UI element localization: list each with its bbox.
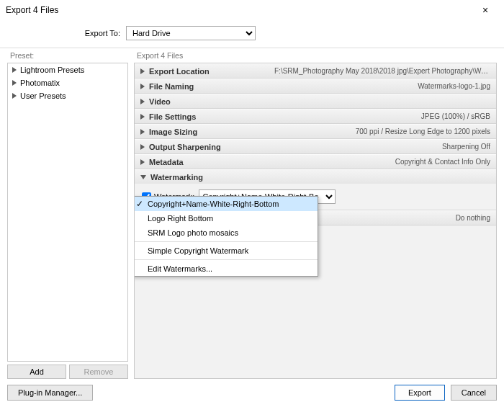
export-to-label: Export To:: [0, 29, 126, 37]
section-header-file-settings[interactable]: File Settings JPEG (100%) / sRGB: [135, 109, 496, 123]
export-to-row: Export To: Hard Drive: [0, 20, 504, 48]
triangle-right-icon: [140, 159, 145, 165]
section-title: Export Location: [149, 67, 210, 76]
sections-container: Export Location F:\SRM_Photography May 2…: [134, 63, 497, 379]
cancel-button[interactable]: Cancel: [451, 385, 497, 401]
section-header-file-naming[interactable]: File Naming Watermarks-logo-1.jpg: [135, 79, 496, 93]
section-summary: Watermarks-logo-1.jpg: [418, 82, 490, 90]
dropdown-item[interactable]: SRM Logo photo mosaics: [134, 225, 318, 240]
section-title: Metadata: [149, 158, 184, 166]
section-summary: 700 ppi / Resize Long Edge to 1200 pixel…: [356, 128, 490, 135]
section-title: File Settings: [149, 112, 196, 121]
section-summary: F:\SRM_Photography May 2018\2018 jpg\Exp…: [274, 67, 490, 75]
preset-item-label: User Presets: [20, 91, 66, 100]
section-title: Video: [149, 97, 171, 106]
dropdown-item[interactable]: Logo Right Bottom: [134, 211, 318, 225]
right-heading: Export 4 Files: [134, 51, 497, 63]
triangle-right-icon: [140, 114, 145, 120]
triangle-right-icon: [12, 67, 17, 73]
dropdown-item-label: Logo Right Bottom: [148, 214, 213, 223]
triangle-right-icon: [12, 93, 17, 99]
section-title: Image Sizing: [149, 128, 197, 136]
title-bar: Export 4 Files ×: [0, 0, 504, 20]
triangle-right-icon: [140, 84, 145, 89]
section-title: Output Sharpening: [149, 143, 221, 151]
section-title: File Naming: [149, 82, 194, 91]
preset-add-button[interactable]: Add: [7, 365, 66, 379]
dropdown-item-label: Edit Watermarks...: [148, 264, 212, 273]
triangle-right-icon: [140, 99, 145, 104]
window-title: Export 4 Files: [6, 5, 472, 15]
check-icon: ✓: [136, 199, 143, 209]
preset-item[interactable]: User Presets: [8, 89, 127, 102]
dropdown-item-label: Simple Copyright Watermark: [148, 246, 248, 255]
preset-heading: Preset:: [7, 51, 128, 63]
section-title: Watermarking: [150, 173, 203, 182]
dropdown-item[interactable]: Edit Watermarks...: [134, 259, 318, 276]
section-summary: Copyright & Contact Info Only: [395, 158, 490, 166]
preset-list: Lightroom Presets Photomatix User Preset…: [7, 63, 128, 362]
section-summary: Do nothing: [456, 214, 490, 222]
triangle-right-icon: [12, 80, 17, 86]
section-header-export-location[interactable]: Export Location F:\SRM_Photography May 2…: [135, 63, 496, 78]
preset-item[interactable]: Photomatix: [8, 76, 127, 89]
dropdown-item[interactable]: Simple Copyright Watermark: [134, 241, 318, 258]
section-header-video[interactable]: Video: [135, 94, 496, 108]
section-header-output-sharpening[interactable]: Output Sharpening Sharpening Off: [135, 139, 496, 153]
close-icon[interactable]: ×: [472, 4, 498, 16]
preset-item[interactable]: Lightroom Presets: [8, 63, 127, 76]
preset-item-label: Photomatix: [20, 79, 60, 87]
section-header-image-sizing[interactable]: Image Sizing 700 ppi / Resize Long Edge …: [135, 124, 496, 138]
watermark-dropdown-menu: ✓ Copyright+Name-White-Right-Bottom Logo…: [134, 196, 318, 277]
triangle-down-icon: [140, 175, 146, 179]
section-summary: Sharpening Off: [442, 143, 490, 151]
dropdown-item[interactable]: ✓ Copyright+Name-White-Right-Bottom: [134, 197, 318, 211]
triangle-right-icon: [140, 129, 145, 135]
dropdown-item-label: SRM Logo photo mosaics: [148, 228, 238, 237]
plugin-manager-button[interactable]: Plug-in Manager...: [7, 385, 93, 401]
footer-bar: Plug-in Manager... Export Cancel: [0, 379, 504, 406]
export-to-select[interactable]: Hard Drive: [126, 26, 256, 40]
triangle-right-icon: [140, 68, 145, 74]
preset-item-label: Lightroom Presets: [20, 66, 84, 74]
triangle-right-icon: [140, 144, 145, 150]
export-button[interactable]: Export: [395, 385, 445, 401]
section-header-watermarking[interactable]: Watermarking: [135, 169, 496, 184]
section-header-metadata[interactable]: Metadata Copyright & Contact Info Only: [135, 154, 496, 169]
section-summary: JPEG (100%) / sRGB: [421, 112, 490, 120]
preset-remove-button[interactable]: Remove: [69, 365, 128, 379]
dropdown-item-label: Copyright+Name-White-Right-Bottom: [148, 200, 279, 208]
